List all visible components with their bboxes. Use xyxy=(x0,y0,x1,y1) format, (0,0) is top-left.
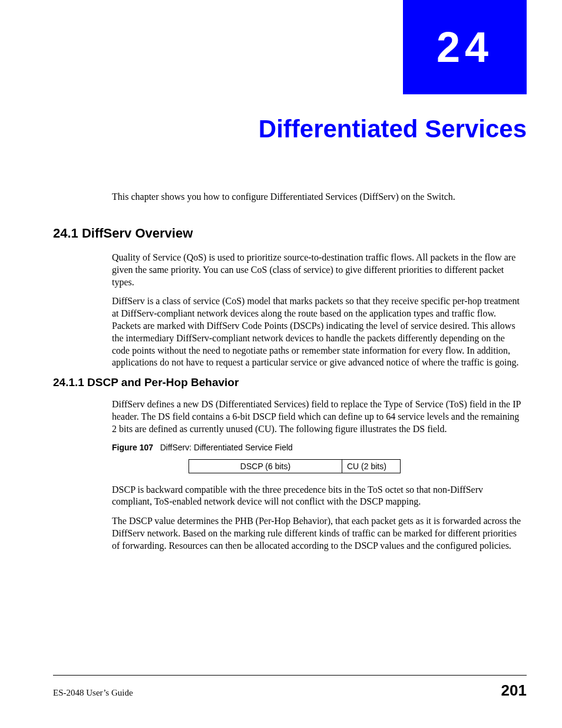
body-paragraph: Quality of Service (QoS) is used to prio… xyxy=(112,252,524,288)
footer-page-number: 201 xyxy=(501,681,527,700)
body-paragraph: The DSCP value determines the PHB (Per-H… xyxy=(112,515,524,552)
chapter-intro: This chapter shows you how to configure … xyxy=(112,192,524,202)
figure-caption-text: DiffServ: Differentiated Service Field xyxy=(160,443,293,452)
figure-label: Figure 107 xyxy=(112,443,153,452)
page-footer: ES-2048 User’s Guide 201 xyxy=(53,675,527,700)
ds-field-cu: CU (2 bits) xyxy=(342,459,401,473)
chapter-number: 24 xyxy=(437,23,493,71)
body-paragraph: DiffServ defines a new DS (Differentiate… xyxy=(112,398,524,435)
section-heading-24-1-1: 24.1.1 DSCP and Per-Hop Behavior xyxy=(53,376,524,389)
body-paragraph: DiffServ is a class of service (CoS) mod… xyxy=(112,295,524,369)
body-paragraph: DSCP is backward compatible with the thr… xyxy=(112,484,524,509)
ds-field-dscp: DSCP (6 bits) xyxy=(189,459,342,473)
page-content: This chapter shows you how to configure … xyxy=(112,183,524,559)
ds-field-figure: DSCP (6 bits) CU (2 bits) xyxy=(189,459,524,473)
chapter-title: Differentiated Services xyxy=(259,115,527,143)
footer-guide-name: ES-2048 User’s Guide xyxy=(53,688,133,698)
chapter-number-box: 24 xyxy=(403,0,527,94)
figure-caption: Figure 107 DiffServ: Differentiated Serv… xyxy=(112,443,524,452)
section-heading-24-1: 24.1 DiffServ Overview xyxy=(53,226,524,241)
